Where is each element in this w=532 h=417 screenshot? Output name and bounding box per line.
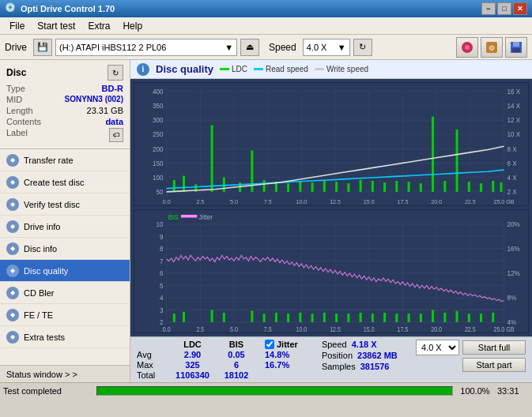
svg-text:12.5: 12.5 [330, 325, 341, 332]
stats-max-jitter: 16.7% [265, 360, 289, 370]
disc-length-label: Length [6, 106, 33, 115]
svg-text:2.5: 2.5 [196, 325, 204, 332]
eject-button[interactable]: ⏏ [240, 39, 259, 56]
disc-quality-header: i Disc quality LDC Read speed Write spee… [130, 60, 532, 79]
svg-rect-61 [263, 180, 266, 192]
disc-type-value: BD-R [102, 84, 124, 93]
svg-text:12 X: 12 X [507, 116, 521, 124]
svg-text:17.5: 17.5 [398, 198, 409, 205]
legend-ldc-color [220, 68, 229, 70]
main-layout: Disc ↻ Type BD-R MID SONYNN3 (002) Lengt… [0, 60, 532, 382]
svg-text:15.0: 15.0 [364, 325, 375, 332]
sidebar-item-cd-bler[interactable]: ◆ CD Bler [0, 282, 130, 304]
transfer-rate-icon: ◆ [6, 154, 19, 167]
svg-rect-156 [492, 313, 494, 322]
svg-rect-54 [173, 180, 175, 192]
disc-contents-label: Contents [6, 117, 41, 126]
svg-rect-136 [251, 311, 253, 322]
svg-rect-153 [456, 311, 458, 322]
svg-rect-150 [420, 314, 422, 322]
stats-total-ldc: 1106340 [171, 370, 214, 380]
sidebar: Disc ↻ Type BD-R MID SONYNN3 (002) Lengt… [0, 60, 130, 382]
svg-text:17.5: 17.5 [398, 325, 409, 332]
svg-rect-139 [287, 314, 289, 322]
stats-avg-bis: 0.05 [221, 350, 252, 359]
sidebar-item-create-test-disc[interactable]: ◆ Create test disc [0, 171, 130, 193]
svg-text:2.5: 2.5 [196, 198, 204, 205]
start-part-button[interactable]: Start part [462, 358, 526, 372]
minimize-button[interactable]: − [481, 2, 496, 15]
svg-rect-71 [383, 182, 386, 192]
status-window-btn[interactable]: Status window > > [0, 365, 130, 382]
sidebar-item-extra-tests[interactable]: ◆ Extra tests [0, 326, 130, 348]
drive-icon-btn[interactable]: 💾 [33, 39, 52, 56]
sidebar-item-disc-info[interactable]: ◆ Disc info [0, 238, 130, 260]
drive-select[interactable]: (H:) ATAPI iHBS112 2 PL06 ▼ [55, 39, 237, 56]
close-button[interactable]: ✕ [513, 2, 527, 15]
sidebar-nav: ◆ Transfer rate ◆ Create test disc ◆ Ver… [0, 149, 130, 365]
svg-text:10: 10 [157, 220, 164, 229]
stats-bis-header: BIS [221, 340, 252, 349]
legend-read-speed: Read speed [254, 65, 308, 73]
svg-rect-58 [223, 178, 225, 192]
svg-rect-141 [311, 314, 314, 322]
svg-text:350: 350 [153, 102, 164, 110]
jitter-checkbox[interactable] [265, 340, 274, 349]
stats-max-label: Max [137, 360, 164, 370]
jitter-label: Jitter [277, 340, 298, 349]
fe-te-icon: ◆ [6, 309, 19, 321]
save-icon-btn[interactable] [505, 37, 527, 58]
titlebar: 💿 Opti Drive Control 1.70 − □ ✕ [0, 0, 532, 17]
svg-text:Jitter: Jitter [198, 212, 213, 221]
svg-rect-140 [299, 313, 301, 322]
svg-rect-72 [395, 181, 398, 192]
app-title: Opti Drive Control 1.70 [21, 4, 481, 13]
svg-text:10.0: 10.0 [296, 325, 307, 332]
content-area: i Disc quality LDC Read speed Write spee… [130, 60, 532, 382]
refresh-button[interactable]: ↻ [353, 39, 372, 56]
menu-help[interactable]: Help [116, 19, 149, 33]
svg-rect-64 [299, 181, 301, 192]
position-key: Position [322, 351, 353, 360]
disc-length-value: 23.31 GB [87, 106, 123, 115]
icon-btn-1[interactable] [456, 37, 478, 58]
menu-extra[interactable]: Extra [81, 19, 116, 33]
sidebar-item-verify-test-disc[interactable]: ◆ Verify test disc [0, 193, 130, 216]
svg-text:7.5: 7.5 [264, 325, 272, 332]
svg-text:200: 200 [153, 145, 164, 152]
speed-combo-select[interactable]: 4.0 X [416, 340, 459, 355]
sidebar-item-drive-info[interactable]: ◆ Drive info [0, 216, 130, 238]
svg-text:5.0: 5.0 [230, 198, 238, 205]
speed-key: Speed [322, 340, 347, 349]
menu-file[interactable]: File [3, 19, 31, 33]
stats-avg-jitter: 14.8% [265, 350, 289, 359]
maximize-button[interactable]: □ [497, 2, 511, 15]
svg-text:8 X: 8 X [507, 145, 518, 152]
legend-ldc: LDC [220, 65, 247, 73]
legend-write-speed-color [315, 68, 324, 70]
menubar: File Start test Extra Help [0, 17, 532, 35]
sidebar-item-transfer-rate[interactable]: ◆ Transfer rate [0, 149, 130, 171]
svg-rect-5 [513, 42, 519, 47]
menu-start-test[interactable]: Start test [31, 19, 81, 33]
stats-max-ldc: 325 [171, 360, 214, 370]
start-full-button[interactable]: Start full [462, 340, 526, 355]
svg-text:2 X: 2 X [507, 188, 518, 196]
svg-rect-143 [335, 314, 338, 322]
icon-btn-2[interactable]: ⚙ [481, 37, 503, 58]
svg-rect-68 [347, 183, 349, 192]
disc-quality-header-icon: i [137, 63, 149, 76]
speed-select[interactable]: 4.0 X ▼ [303, 39, 350, 56]
disc-mid-value: SONYNN3 (002) [65, 95, 123, 104]
disc-label-btn[interactable]: 🏷 [109, 128, 123, 142]
stats-avg-ldc: 2.90 [171, 350, 214, 359]
svg-text:10 X: 10 X [507, 130, 521, 138]
sidebar-item-disc-quality[interactable]: ◆ Disc quality [0, 260, 130, 282]
disc-refresh-btn[interactable]: ↻ [108, 65, 123, 81]
sidebar-item-fe-te[interactable]: ◆ FE / TE [0, 304, 130, 326]
svg-rect-135 [223, 313, 225, 322]
svg-text:0.0: 0.0 [163, 325, 171, 332]
svg-rect-146 [372, 314, 374, 322]
stats-ldc-header: LDC [171, 340, 214, 349]
svg-rect-67 [335, 182, 338, 192]
